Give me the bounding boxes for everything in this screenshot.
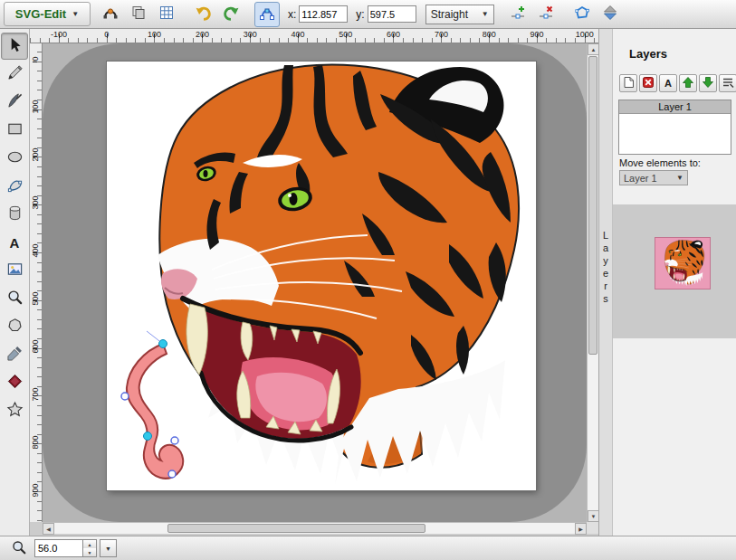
edit-node-icon bbox=[259, 5, 275, 24]
rename-layer-icon: A bbox=[664, 78, 672, 89]
zoom-preset-dropdown-button[interactable]: ▼ bbox=[100, 539, 117, 557]
scroll-left-button[interactable]: ◀ bbox=[43, 523, 54, 535]
pencil-tool[interactable] bbox=[1, 61, 28, 88]
ruler-label: 700 bbox=[31, 384, 40, 405]
ruler-top: -10001002003004005006007008009001000 bbox=[30, 29, 598, 43]
canvas-viewport[interactable] bbox=[43, 43, 587, 522]
move-layer-up-button[interactable] bbox=[679, 74, 697, 92]
scroll-right-button[interactable]: ▶ bbox=[575, 523, 587, 535]
canvas-page[interactable] bbox=[107, 62, 536, 490]
zoom-level-input[interactable] bbox=[34, 539, 83, 557]
select-tool[interactable] bbox=[1, 33, 28, 60]
text-tool[interactable]: A bbox=[1, 229, 28, 256]
y-coordinate-label: y: bbox=[356, 8, 364, 21]
x-coordinate-label: x: bbox=[288, 8, 296, 21]
ruler-label: 300 bbox=[31, 192, 40, 214]
ruler-label: 100 bbox=[31, 96, 40, 118]
ruler-label: 200 bbox=[196, 30, 209, 39]
rename-layer-button[interactable]: A bbox=[659, 74, 677, 92]
ruler-label: 600 bbox=[387, 30, 400, 39]
scroll-up-icon: ▲ bbox=[591, 47, 597, 52]
new-layer-icon bbox=[622, 76, 635, 90]
cylinder-icon bbox=[6, 204, 24, 224]
main-menu-button[interactable]: SVG-Edit ▼ bbox=[4, 2, 91, 26]
y-coordinate-input[interactable] bbox=[368, 5, 416, 23]
zoom-spinner-down-button[interactable]: ▼ bbox=[83, 548, 96, 556]
horizontal-scroll-thumb[interactable] bbox=[167, 524, 425, 533]
scroll-left-icon: ◀ bbox=[46, 526, 51, 532]
grid-button[interactable] bbox=[154, 2, 179, 27]
side-panel-tab-label: Layers bbox=[600, 230, 611, 306]
path-tool[interactable] bbox=[1, 173, 28, 200]
merge-layer-button[interactable] bbox=[719, 74, 736, 92]
ruler-label: 200 bbox=[31, 144, 40, 166]
current-layer-row[interactable]: Layer 1 bbox=[619, 100, 731, 114]
ruler-label: 500 bbox=[339, 30, 352, 39]
ellipse-tool[interactable] bbox=[1, 145, 28, 172]
ruler-label: 500 bbox=[31, 288, 40, 309]
connector-tool[interactable] bbox=[1, 369, 28, 396]
open-path-button[interactable] bbox=[569, 2, 595, 27]
redo-icon bbox=[223, 5, 240, 24]
segment-type-select[interactable]: Straight ▼ bbox=[425, 5, 494, 24]
eyedropper-icon bbox=[6, 345, 24, 365]
zoom-spinner-up-button[interactable]: ▲ bbox=[83, 540, 96, 548]
path-node[interactable] bbox=[159, 340, 167, 348]
image-tool[interactable] bbox=[1, 257, 28, 284]
ruler-left: 0100200300400500600700800900 bbox=[30, 43, 43, 522]
delete-node-icon bbox=[538, 5, 554, 24]
reflect-path-icon bbox=[602, 5, 618, 24]
ruler-label: 0 bbox=[104, 30, 109, 39]
zoom-widget: ▲ ▼ ▼ bbox=[34, 539, 117, 557]
add-node-button[interactable] bbox=[505, 2, 530, 27]
zoom-tool[interactable] bbox=[1, 285, 28, 312]
move-layer-down-button[interactable] bbox=[699, 74, 717, 92]
ellipse-icon bbox=[6, 148, 24, 168]
left-toolbar: A bbox=[0, 29, 30, 536]
selected-path[interactable] bbox=[127, 344, 183, 479]
shape-library-tool[interactable] bbox=[1, 201, 28, 228]
undo-button[interactable] bbox=[190, 2, 215, 27]
move-elements-value: Layer 1 bbox=[624, 173, 657, 184]
zoom-icon bbox=[11, 539, 27, 558]
layer-thumbnail[interactable] bbox=[655, 237, 711, 289]
edit-node-mode-button[interactable] bbox=[254, 2, 280, 27]
polygon-tool[interactable] bbox=[1, 313, 28, 340]
scroll-right-icon: ▶ bbox=[578, 526, 583, 532]
arrow-up-icon bbox=[682, 76, 694, 90]
vertical-scrollbar[interactable]: ▲ ▼ bbox=[587, 43, 598, 522]
delete-layer-button[interactable] bbox=[639, 74, 657, 92]
eyedropper-tool[interactable] bbox=[1, 341, 28, 368]
rectangle-tool[interactable] bbox=[1, 117, 28, 144]
layer-list-empty-area[interactable] bbox=[619, 114, 731, 154]
reflect-path-button[interactable] bbox=[597, 2, 623, 27]
path-node[interactable] bbox=[171, 437, 178, 444]
chevron-down-icon: ▼ bbox=[72, 10, 79, 18]
path-node[interactable] bbox=[168, 470, 176, 478]
layer-list[interactable]: Layer 1 bbox=[618, 100, 731, 155]
vertical-scroll-thumb[interactable] bbox=[588, 56, 597, 355]
line-tool[interactable] bbox=[1, 89, 28, 116]
path-node[interactable] bbox=[144, 432, 152, 441]
x-coordinate-input[interactable] bbox=[299, 5, 348, 23]
path-node[interactable] bbox=[121, 393, 129, 400]
red-diamond-icon bbox=[6, 373, 24, 393]
delete-node-button[interactable] bbox=[533, 2, 559, 27]
ruler-label: 1000 bbox=[576, 30, 594, 39]
link-control-points-button[interactable] bbox=[98, 2, 123, 27]
clone-node-button[interactable] bbox=[126, 2, 151, 27]
logo-label: SVG-Edit bbox=[15, 7, 66, 21]
horizontal-scrollbar[interactable]: ◀ ▶ bbox=[43, 522, 587, 534]
new-layer-button[interactable] bbox=[619, 74, 637, 92]
rectangle-icon bbox=[6, 120, 24, 140]
redo-button[interactable] bbox=[218, 2, 244, 27]
open-path-icon bbox=[574, 5, 590, 24]
star-tool[interactable] bbox=[1, 397, 28, 424]
path-edit-overlay bbox=[107, 62, 536, 490]
layers-panel: Layers A Layer 1 Move elements to: Layer… bbox=[613, 29, 736, 536]
layer-buttons-row: A bbox=[619, 74, 736, 92]
move-elements-select[interactable]: Layer 1 ▼ bbox=[619, 170, 688, 185]
ruler-label: 100 bbox=[148, 30, 161, 39]
side-panel-handle[interactable]: Layers bbox=[598, 29, 613, 536]
delete-layer-icon bbox=[642, 76, 655, 90]
